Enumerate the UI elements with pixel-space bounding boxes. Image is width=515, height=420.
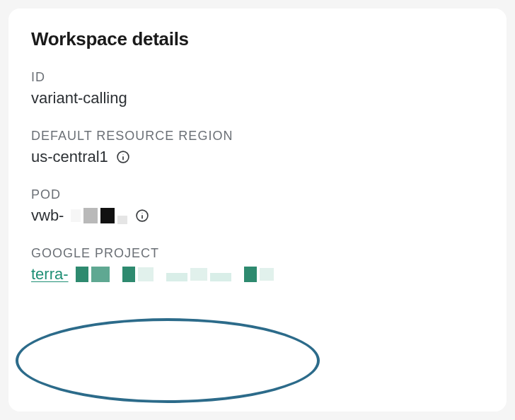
info-icon[interactable] <box>115 149 131 165</box>
field-pod-value-row: vwb- <box>31 206 484 225</box>
field-google-project: GOOGLE PROJECT terra- <box>31 246 484 284</box>
field-region-value: us-central1 <box>31 148 108 166</box>
card-title: Workspace details <box>31 28 484 50</box>
field-id: ID variant-calling <box>31 70 484 107</box>
svg-point-5 <box>142 213 143 214</box>
info-icon[interactable] <box>134 208 150 223</box>
field-pod: POD vwb- <box>31 187 484 225</box>
field-pod-value-prefix: vwb- <box>31 206 64 225</box>
svg-point-2 <box>122 154 123 155</box>
redacted-content <box>76 267 274 282</box>
workspace-details-card: Workspace details ID variant-calling DEF… <box>8 8 507 412</box>
field-region-value-row: us-central1 <box>31 148 484 166</box>
field-google-project-value-row: terra- <box>31 265 484 284</box>
annotation-highlight-ellipse <box>16 318 320 403</box>
field-google-project-label: GOOGLE PROJECT <box>31 246 484 261</box>
field-pod-label: POD <box>31 187 484 202</box>
google-project-link[interactable]: terra- <box>31 265 69 284</box>
field-id-value: variant-calling <box>31 89 484 107</box>
field-region-label: DEFAULT RESOURCE REGION <box>31 129 484 144</box>
field-id-label: ID <box>31 70 484 85</box>
field-region: DEFAULT RESOURCE REGION us-central1 <box>31 129 484 166</box>
redacted-content <box>71 207 127 224</box>
